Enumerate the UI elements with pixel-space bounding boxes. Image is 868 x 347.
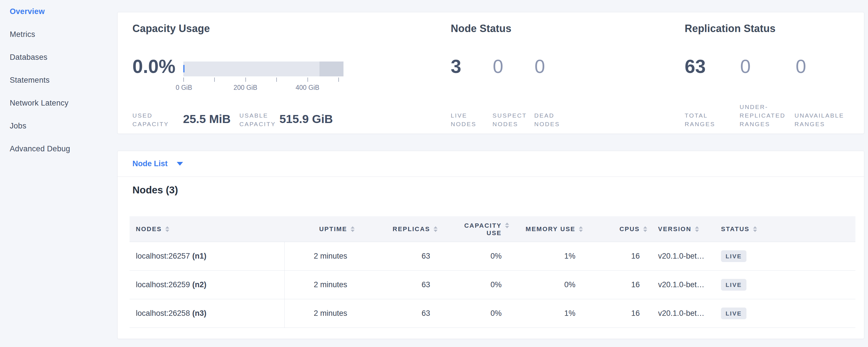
db-console-overview-page: Overview Metrics Databases Statements Ne… (0, 0, 868, 347)
nodes-table-title: Nodes (3) (132, 184, 178, 196)
usable-capacity-label: USABLE CAPACITY (239, 111, 282, 128)
live-nodes-count: 3 (451, 57, 461, 76)
node-id: (n3) (192, 309, 207, 318)
node-list-dropdown[interactable]: Node List (118, 151, 864, 177)
sort-icon[interactable] (505, 223, 509, 228)
node-address-cell[interactable]: localhost:26259 (n2) (129, 271, 284, 299)
uptime-cell: 2 minutes (284, 242, 356, 270)
replicas-cell: 63 (356, 242, 439, 270)
memory-use-cell: 0% (510, 271, 584, 299)
sort-icon[interactable] (695, 226, 699, 232)
dead-nodes-count: 0 (534, 57, 545, 76)
unavailable-ranges-count: 0 (796, 57, 806, 76)
sidebar-item-advanced-debug[interactable]: Advanced Debug (0, 137, 117, 160)
status-cell: LIVE (711, 299, 856, 327)
gauge-tick (307, 77, 308, 82)
gauge-axis-label: 0 GiB (176, 84, 192, 92)
capacity-use-cell: 0% (439, 271, 510, 299)
cpus-cell: 16 (584, 299, 648, 327)
node-address-cell[interactable]: localhost:26257 (n1) (129, 242, 284, 270)
sort-icon[interactable] (434, 226, 438, 232)
replicas-cell: 63 (356, 271, 439, 299)
status-badge: LIVE (721, 250, 746, 262)
sidebar-item-metrics[interactable]: Metrics (0, 23, 117, 46)
column-header-uptime[interactable]: UPTIME (284, 216, 356, 242)
status-cell: LIVE (711, 242, 856, 270)
sidebar-item-jobs[interactable]: Jobs (0, 115, 117, 137)
column-header-status[interactable]: STATUS (711, 216, 856, 242)
gauge-used-segment (183, 65, 184, 72)
nodes-table: NODES UPTIME REPLICAS CAPACITY USE MEMOR… (129, 216, 856, 328)
column-header-nodes[interactable]: NODES (129, 216, 284, 242)
sort-icon[interactable] (351, 226, 354, 232)
node-row-n2[interactable]: localhost:26259 (n2) 2 minutes 63 0% 0% … (129, 271, 856, 299)
uptime-cell: 2 minutes (284, 271, 356, 299)
gauge-tick (183, 77, 184, 82)
sidebar-item-databases[interactable]: Databases (0, 46, 117, 69)
sort-icon[interactable] (753, 226, 757, 232)
under-replicated-ranges-count: 0 (740, 57, 751, 76)
capacity-usage-percent: 0.0% (132, 57, 175, 76)
gauge-tick (245, 77, 246, 82)
caret-down-icon[interactable] (177, 162, 183, 166)
gauge-reserved-segment (319, 62, 343, 76)
memory-use-cell: 1% (510, 299, 584, 327)
status-cell: LIVE (711, 271, 856, 299)
column-header-cpus[interactable]: CPUS (584, 216, 648, 242)
cluster-summary-card: Capacity Usage 0.0% 0 GiB 200 GiB 400 Gi… (117, 12, 864, 134)
gauge-tick (338, 77, 339, 82)
sidebar-item-overview[interactable]: Overview (0, 0, 117, 23)
status-badge: LIVE (721, 308, 746, 319)
node-list-card: Node List Nodes (3) NODES UPTIME REPLICA… (117, 151, 864, 339)
nodes-table-header-row: NODES UPTIME REPLICAS CAPACITY USE MEMOR… (129, 216, 856, 242)
version-cell: v20.1.0-bet… (648, 242, 711, 270)
live-nodes-label: LIVE NODES (451, 111, 485, 128)
sidebar-item-network-latency[interactable]: Network Latency (0, 92, 117, 115)
status-badge: LIVE (721, 279, 746, 291)
column-header-replicas[interactable]: REPLICAS (356, 216, 439, 242)
capacity-usage-gauge (183, 62, 343, 76)
used-capacity-value: 25.5 MiB (183, 113, 230, 125)
total-ranges-label: TOTAL RANGES (685, 111, 726, 128)
capacity-usage-title: Capacity Usage (132, 23, 210, 35)
node-address-cell[interactable]: localhost:26258 (n3) (129, 299, 284, 327)
suspect-nodes-label: SUSPECT NODES (493, 111, 531, 128)
replicas-cell: 63 (356, 299, 439, 327)
version-cell: v20.1.0-bet… (648, 271, 711, 299)
cpus-cell: 16 (584, 271, 648, 299)
gauge-tick (214, 77, 215, 82)
node-list-dropdown-label[interactable]: Node List (132, 159, 167, 168)
sidebar-item-statements[interactable]: Statements (0, 69, 117, 92)
node-id: (n2) (192, 280, 207, 289)
sort-icon[interactable] (579, 226, 583, 232)
sort-icon[interactable] (165, 226, 169, 232)
capacity-use-cell: 0% (439, 242, 510, 270)
nodes-column-divider (284, 242, 285, 328)
sidebar-nav: Overview Metrics Databases Statements Ne… (0, 0, 117, 347)
gauge-axis-label: 400 GiB (296, 84, 319, 92)
capacity-use-cell: 0% (439, 299, 510, 327)
usable-capacity-value: 515.9 GiB (279, 113, 333, 125)
node-id: (n1) (192, 252, 207, 261)
suspect-nodes-count: 0 (493, 57, 503, 76)
replication-status-title: Replication Status (685, 23, 776, 35)
node-row-n1[interactable]: localhost:26257 (n1) 2 minutes 63 0% 1% … (129, 242, 856, 271)
column-header-memory-use[interactable]: MEMORY USE (510, 216, 584, 242)
used-capacity-label: USED CAPACITY (132, 111, 175, 128)
uptime-cell: 2 minutes (284, 299, 356, 327)
version-cell: v20.1.0-bet… (648, 299, 711, 327)
node-status-title: Node Status (451, 23, 512, 35)
dead-nodes-label: DEAD NODES (534, 111, 568, 128)
gauge-tick (276, 77, 277, 82)
node-row-n3[interactable]: localhost:26258 (n3) 2 minutes 63 0% 1% … (129, 299, 856, 328)
total-ranges-count: 63 (685, 57, 706, 76)
memory-use-cell: 1% (510, 242, 584, 270)
column-header-capacity-use[interactable]: CAPACITY USE (439, 216, 510, 242)
sort-icon[interactable] (643, 226, 647, 232)
unavailable-ranges-label: UNAVAILABLE RANGES (795, 111, 859, 128)
cpus-cell: 16 (584, 242, 648, 270)
gauge-axis-label: 200 GiB (234, 84, 257, 92)
column-header-version[interactable]: VERSION (648, 216, 711, 242)
